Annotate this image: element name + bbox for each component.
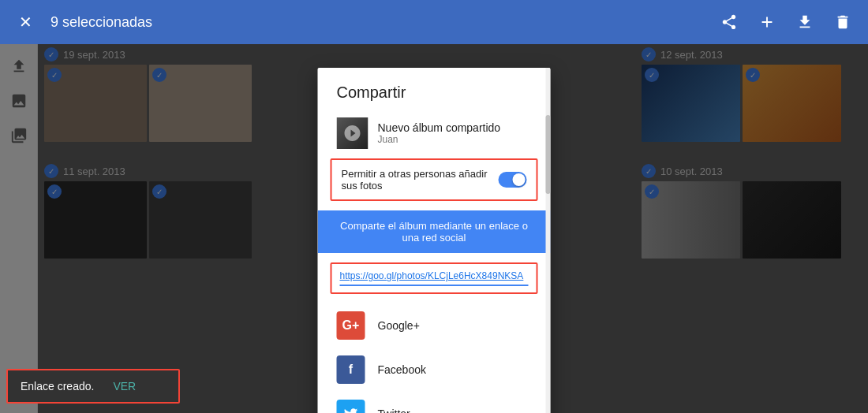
twitter-label: Twitter xyxy=(378,407,410,413)
toggle-label: Permitir a otras personas añadir sus fot… xyxy=(342,168,492,192)
toast-action-button[interactable]: VER xyxy=(113,380,136,393)
modal-scrollbar xyxy=(546,68,551,413)
add-icon[interactable] xyxy=(754,9,780,35)
social-row-twitter[interactable]: Twitter xyxy=(318,392,551,413)
link-underline xyxy=(340,285,529,286)
toggle-row: Permitir a otras personas añadir sus fot… xyxy=(331,158,538,201)
album-info: Nuevo álbum compartido Juan xyxy=(378,121,501,145)
close-button[interactable]: ✕ xyxy=(13,9,38,35)
top-bar: ✕ 9 seleccionadas xyxy=(0,0,868,44)
main-content: ✓ 19 sept. 2013 ✓ ✓ ✓ 11 sept. 2013 xyxy=(0,44,868,413)
googleplus-label: Google+ xyxy=(378,319,420,332)
facebook-symbol: f xyxy=(349,363,353,377)
top-actions xyxy=(716,9,855,35)
album-thumb-image xyxy=(337,117,369,149)
facebook-icon: f xyxy=(337,355,365,384)
album-row: Nuevo álbum compartido Juan xyxy=(318,111,551,158)
toggle-switch[interactable] xyxy=(499,172,527,188)
share-banner[interactable]: Comparte el álbum mediante un enlace o u… xyxy=(318,210,551,253)
toast-notification: Enlace creado. VER xyxy=(6,369,180,404)
facebook-label: Facebook xyxy=(378,363,426,376)
share-link[interactable]: https://goo.gl/photos/KLCjLe6HcX849NKSA xyxy=(340,270,529,281)
toast-message: Enlace creado. xyxy=(21,380,94,393)
social-row-googleplus[interactable]: G+ Google+ xyxy=(318,303,551,348)
modal-body: Nuevo álbum compartido Juan Permitir a o… xyxy=(318,111,551,413)
modal-title: Compartir xyxy=(318,68,551,111)
scrollbar-thumb[interactable] xyxy=(546,115,551,194)
googleplus-icon: G+ xyxy=(337,311,365,340)
share-icon[interactable] xyxy=(716,9,742,35)
download-icon[interactable] xyxy=(792,9,817,35)
album-subtitle: Juan xyxy=(378,134,501,145)
social-row-facebook[interactable]: f Facebook xyxy=(318,348,551,392)
twitter-icon xyxy=(337,400,365,413)
share-modal: Compartir Nuevo álbum compartido Juan Pe… xyxy=(318,68,551,413)
album-title: Nuevo álbum compartido xyxy=(378,121,501,134)
gplus-symbol: G+ xyxy=(342,318,360,333)
page-title: 9 seleccionadas xyxy=(51,14,716,31)
delete-icon[interactable] xyxy=(830,9,855,35)
link-row: https://goo.gl/photos/KLCjLe6HcX849NKSA xyxy=(331,262,538,294)
album-thumbnail xyxy=(337,117,369,149)
